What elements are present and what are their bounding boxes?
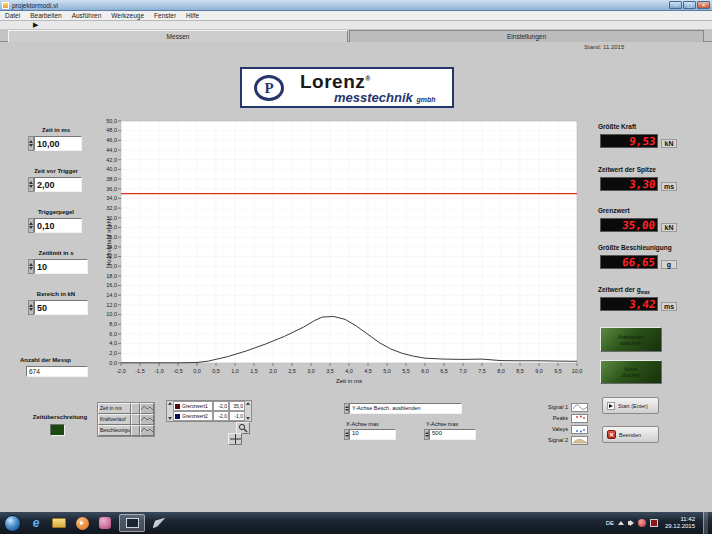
save-curve-button[interactable]: Kraftverlaufspeichern: [600, 327, 662, 352]
menu-fenster[interactable]: Fenster: [149, 12, 181, 19]
tray-alert-icon[interactable]: [650, 519, 658, 527]
clock-time: 11:42: [665, 516, 695, 523]
svg-text:36,0: 36,0: [106, 186, 117, 192]
print-curve-button[interactable]: Kurvedrucken: [600, 360, 662, 384]
menubar: Datei Bearbeiten Ausführen Werkzeuge Fen…: [0, 11, 712, 21]
start-button[interactable]: Start (Enter): [602, 397, 659, 414]
tray-expand-icon[interactable]: [618, 521, 624, 525]
label-zeit-in-ms: Zeit in ms: [24, 127, 88, 133]
svg-text:10,0: 10,0: [106, 311, 117, 317]
svg-text:9,0: 9,0: [535, 368, 543, 374]
svg-text:0,5: 0,5: [212, 368, 220, 374]
lorenz-p-emblem-icon: P: [254, 75, 284, 101]
menu-werkzeuge[interactable]: Werkzeuge: [106, 12, 149, 19]
peaks-selector[interactable]: Peaks: [538, 413, 588, 423]
language-indicator[interactable]: DE: [606, 520, 614, 526]
svg-text:-2,0: -2,0: [116, 368, 125, 374]
signal2-selector[interactable]: Signal 2: [538, 435, 588, 445]
field-zeitlimit: [28, 259, 88, 274]
cursor-y-value: 35,0: [229, 401, 245, 411]
tab-einstellungen[interactable]: Einstellungen: [349, 30, 704, 42]
plot-style-button[interactable]: [131, 414, 140, 425]
plot-legend: Zeit in ms Kraftverlauf Beschleunigu: [97, 402, 155, 437]
svg-text:Kraftverlauf in kN: Kraftverlauf in kN: [106, 219, 112, 265]
svg-text:-1,5: -1,5: [135, 368, 144, 374]
unit-kn: kN: [661, 223, 677, 232]
svg-text:-1,0: -1,0: [154, 368, 163, 374]
label-zeitueberschreitung: Zeitüberschreitung: [14, 414, 106, 420]
show-desktop-button[interactable]: [703, 512, 708, 534]
unit-g: g: [661, 260, 677, 269]
label-grenzwert: Grenzwert: [598, 207, 708, 214]
clock[interactable]: 11:42 29.12.2015: [665, 516, 695, 530]
input-x-achse-max[interactable]: 10: [349, 429, 396, 440]
minimize-button[interactable]: –: [669, 1, 682, 9]
cursor-scroll-right[interactable]: [245, 401, 251, 421]
version-stand-label: Stand: 11.2015: [584, 44, 624, 50]
label-x-achse-max: X-Achse max: [346, 421, 379, 427]
unit-ms: ms: [661, 302, 677, 311]
input-zeit-vor-trigger[interactable]: [34, 177, 82, 192]
signal1-selector[interactable]: Signal 1: [538, 402, 588, 412]
menu-datei[interactable]: Datei: [0, 12, 25, 19]
svg-text:42,0: 42,0: [106, 157, 117, 163]
maximize-button[interactable]: ▢: [683, 1, 696, 9]
input-triggerpegel[interactable]: [34, 218, 82, 233]
y-axis-combo[interactable]: Y-Achse Besch. ausblenden: [344, 403, 462, 414]
svg-text:1,5: 1,5: [250, 368, 258, 374]
svg-text:1,0: 1,0: [231, 368, 239, 374]
explorer-folder-icon[interactable]: [50, 515, 68, 531]
svg-text:38,0: 38,0: [106, 176, 117, 182]
svg-text:34,0: 34,0: [106, 195, 117, 201]
media-player-icon[interactable]: [73, 515, 91, 531]
cursor-color-chip: [175, 404, 180, 409]
utility-app-icon[interactable]: [96, 515, 114, 531]
volume-icon[interactable]: [628, 520, 634, 526]
editor-app-icon[interactable]: [150, 515, 168, 531]
svg-text:8,0: 8,0: [109, 321, 117, 327]
menu-ausfuehren[interactable]: Ausführen: [67, 12, 107, 19]
menu-bearbeiten[interactable]: Bearbeiten: [25, 12, 66, 19]
internet-explorer-icon[interactable]: e: [27, 515, 45, 531]
input-zeit-in-ms[interactable]: [34, 136, 82, 151]
svg-text:2,5: 2,5: [288, 368, 296, 374]
display-zeitwert-gmax: 3,42: [600, 297, 658, 311]
tray-status-icon[interactable]: [638, 519, 646, 527]
input-y-achse-max[interactable]: 500: [429, 429, 476, 440]
window-title: projektormodi.vi: [12, 2, 669, 9]
window-titlebar[interactable]: projektormodi.vi – ▢ ✕: [0, 0, 712, 11]
menu-hilfe[interactable]: Hilfe: [181, 12, 204, 19]
svg-text:14,0: 14,0: [106, 292, 117, 298]
cursor-color-chip: [175, 414, 180, 419]
plot-style-button[interactable]: [131, 425, 140, 436]
plot-waveform-button[interactable]: [140, 414, 154, 425]
run-icon[interactable]: ▶: [33, 21, 38, 29]
pan-tool-button[interactable]: [228, 433, 242, 445]
registered-mark: ®: [365, 75, 371, 82]
valeys-selector[interactable]: Valeys: [538, 424, 588, 434]
field-triggerpegel: [28, 218, 82, 233]
svg-text:Zeit in ms: Zeit in ms: [336, 378, 362, 384]
label-zeitwert-gmax: Zeitwert der gmax: [598, 286, 708, 295]
close-button[interactable]: ✕: [697, 1, 710, 9]
plot-style-button[interactable]: [131, 403, 140, 414]
cursor-x-value: -2,0: [213, 401, 229, 411]
magnifier-icon: [238, 423, 249, 433]
svg-text:0,0: 0,0: [109, 360, 117, 366]
legend-label: Beschleunigu: [98, 425, 131, 436]
svg-text:6,5: 6,5: [440, 368, 448, 374]
svg-text:40,0: 40,0: [106, 166, 117, 172]
display-groesste-beschleunigung: 66,65: [600, 255, 658, 269]
peaks-icon: [571, 414, 588, 423]
start-button-orb[interactable]: [4, 515, 21, 532]
plot-waveform-button[interactable]: [140, 403, 154, 414]
toolbar: ▶: [0, 21, 712, 29]
input-bereich[interactable]: [34, 300, 88, 315]
input-zeitlimit[interactable]: [34, 259, 88, 274]
quit-button[interactable]: ✕ Beenden: [602, 426, 659, 443]
tab-messen[interactable]: Messen: [8, 30, 348, 42]
plot-waveform-button[interactable]: [140, 425, 154, 436]
force-time-chart[interactable]: -2,0-1,5-1,0-0,50,00,51,01,52,02,53,03,5…: [104, 117, 586, 385]
active-app-labview[interactable]: [119, 514, 145, 532]
vi-file-icon: [2, 2, 9, 9]
